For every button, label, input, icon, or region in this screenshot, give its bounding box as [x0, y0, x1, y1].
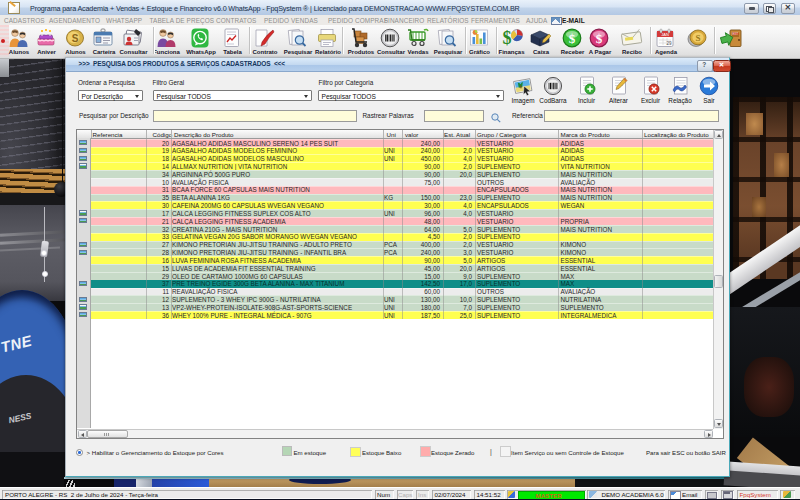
svg-text:$: $ [596, 31, 603, 46]
svg-text:S: S [71, 33, 78, 44]
svg-text:29: 29 [666, 41, 672, 46]
svg-text:$: $ [502, 28, 511, 48]
svg-text:EXIT: EXIT [733, 32, 739, 36]
svg-text:JAN: JAN [661, 32, 669, 37]
svg-text:$: $ [568, 31, 575, 46]
svg-text:S: S [695, 33, 700, 43]
